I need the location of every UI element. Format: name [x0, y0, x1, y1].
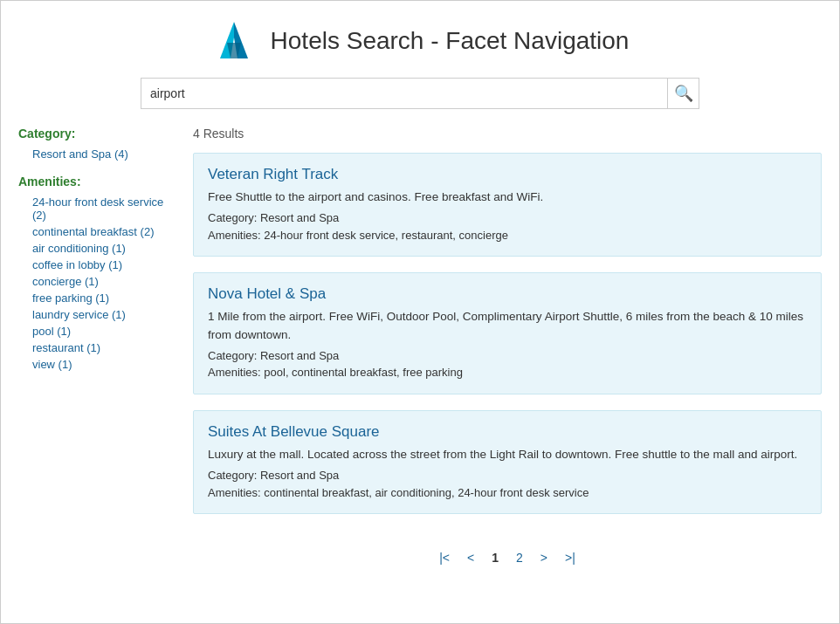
- category-heading: Category:: [18, 127, 176, 141]
- search-bar: 🔍: [141, 78, 699, 109]
- search-input[interactable]: [141, 79, 667, 108]
- amenities-heading: Amenities:: [18, 175, 176, 189]
- pagination-page2[interactable]: 2: [511, 547, 528, 568]
- result-card-1: Nova Hotel & Spa 1 Mile from the airport…: [193, 272, 822, 394]
- facet-amenity-5[interactable]: free parking (1): [18, 290, 176, 306]
- hotel-title-2[interactable]: Suites At Bellevue Square: [208, 423, 807, 441]
- hotel-category-1: Category: Resort and Spa: [208, 347, 807, 365]
- pagination-next[interactable]: >: [535, 547, 553, 568]
- pagination-prev[interactable]: <: [462, 547, 479, 568]
- hotel-desc-2: Luxury at the mall. Located across the s…: [208, 446, 807, 463]
- hotel-title-0[interactable]: Veteran Right Track: [208, 166, 807, 183]
- search-button[interactable]: 🔍: [667, 79, 699, 108]
- pagination: |< < 1 2 > >|: [193, 530, 822, 568]
- facet-amenity-0[interactable]: 24-hour front desk service (2): [18, 194, 176, 223]
- hotel-amenities-2: Amenities: continental breakfast, air co…: [208, 484, 807, 502]
- facet-amenity-3[interactable]: coffee in lobby (1): [18, 257, 176, 273]
- main-layout: Category: Resort and Spa (4) Amenities: …: [1, 127, 839, 568]
- facet-amenity-7[interactable]: pool (1): [18, 323, 176, 339]
- facet-link-resort-spa[interactable]: Resort and Spa (4): [18, 146, 176, 162]
- results-area: 4 Results Veteran Right Track Free Shutt…: [193, 127, 822, 568]
- hotel-amenities-0: Amenities: 24-hour front desk service, r…: [208, 227, 807, 244]
- sidebar: Category: Resort and Spa (4) Amenities: …: [18, 127, 193, 568]
- search-bar-container: 🔍: [1, 78, 839, 127]
- amenities-facet: Amenities: 24-hour front desk service (2…: [18, 175, 176, 373]
- search-icon: 🔍: [674, 84, 693, 103]
- facet-amenity-8[interactable]: restaurant (1): [18, 339, 176, 356]
- facet-amenity-1[interactable]: continental breakfast (2): [18, 223, 176, 240]
- pagination-last[interactable]: >|: [560, 547, 581, 568]
- facet-amenity-2[interactable]: air conditioning (1): [18, 240, 176, 257]
- result-card-0: Veteran Right Track Free Shuttle to the …: [193, 153, 822, 257]
- hotel-desc-1: 1 Mile from the airport. Free WiFi, Outd…: [208, 308, 807, 344]
- category-facet: Category: Resort and Spa (4): [18, 127, 176, 162]
- results-count: 4 Results: [193, 127, 822, 141]
- facet-amenity-9[interactable]: view (1): [18, 356, 176, 373]
- pagination-first[interactable]: |<: [434, 547, 455, 568]
- facet-amenity-6[interactable]: laundry service (1): [18, 306, 176, 323]
- hotel-amenities-1: Amenities: pool, continental breakfast, …: [208, 364, 807, 381]
- hotel-title-1[interactable]: Nova Hotel & Spa: [208, 285, 807, 303]
- logo-icon: [211, 18, 257, 64]
- facet-amenity-4[interactable]: concierge (1): [18, 273, 176, 290]
- page-title: Hotels Search - Facet Navigation: [271, 27, 630, 55]
- hotel-desc-0: Free Shuttle to the airport and casinos.…: [208, 189, 807, 206]
- hotel-category-0: Category: Resort and Spa: [208, 209, 807, 227]
- result-card-2: Suites At Bellevue Square Luxury at the …: [193, 410, 822, 514]
- hotel-category-2: Category: Resort and Spa: [208, 467, 807, 484]
- header: Hotels Search - Facet Navigation: [1, 1, 839, 78]
- pagination-page1[interactable]: 1: [486, 547, 504, 568]
